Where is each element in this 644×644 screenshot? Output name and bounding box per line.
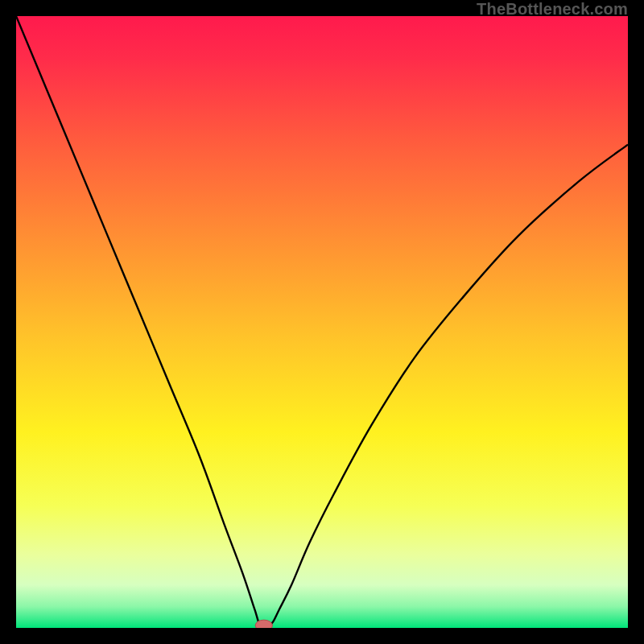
- chart-frame: [16, 16, 628, 628]
- optimal-point-marker: [255, 620, 272, 628]
- bottleneck-chart: [16, 16, 628, 628]
- gradient-background: [16, 16, 628, 628]
- watermark-text: TheBottleneck.com: [477, 0, 628, 19]
